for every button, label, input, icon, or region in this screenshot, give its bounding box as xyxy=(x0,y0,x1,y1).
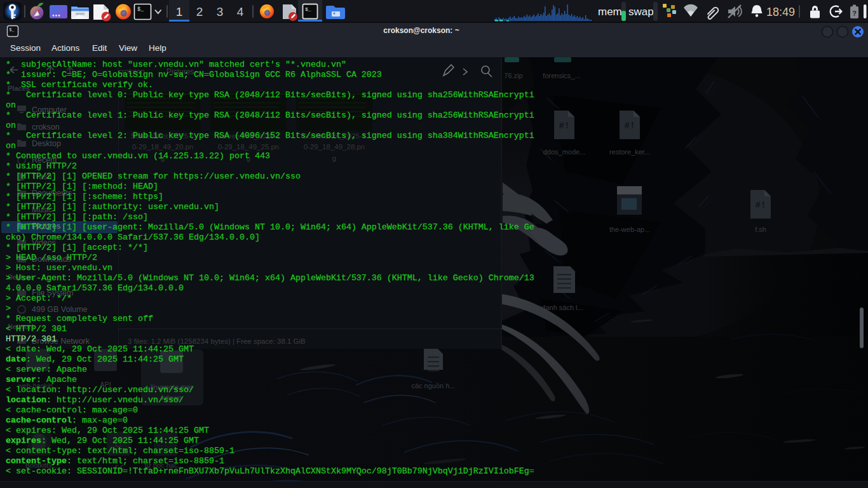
svg-text:f.sh: f.sh xyxy=(755,226,766,233)
svg-text:ddos_mode...: ddos_mode... xyxy=(543,148,586,156)
svg-text:swap: swap xyxy=(628,6,654,18)
svg-text:#!: #! xyxy=(625,121,635,131)
svg-text:$_: $_ xyxy=(305,6,311,12)
svg-text:restore_ker...: restore_ker... xyxy=(609,148,650,156)
svg-text:4: 4 xyxy=(237,5,244,18)
svg-text:danh sách l...: danh sách l... xyxy=(541,304,583,311)
svg-text:1: 1 xyxy=(176,5,183,18)
svg-text:the-web-ap...: the-web-ap... xyxy=(609,226,650,233)
svg-text:$_: $_ xyxy=(10,28,15,32)
svg-text:forensics_...: forensics_... xyxy=(543,72,580,79)
svg-text:mem: mem xyxy=(598,6,622,18)
svg-text:?: ? xyxy=(852,10,857,17)
svg-text:2: 2 xyxy=(196,5,203,18)
svg-text:#!: #! xyxy=(756,200,766,210)
svg-text:#!: #! xyxy=(559,121,570,131)
svg-text:3: 3 xyxy=(217,5,224,18)
svg-text:18:49: 18:49 xyxy=(766,6,795,18)
svg-text:$_: $_ xyxy=(137,6,144,13)
